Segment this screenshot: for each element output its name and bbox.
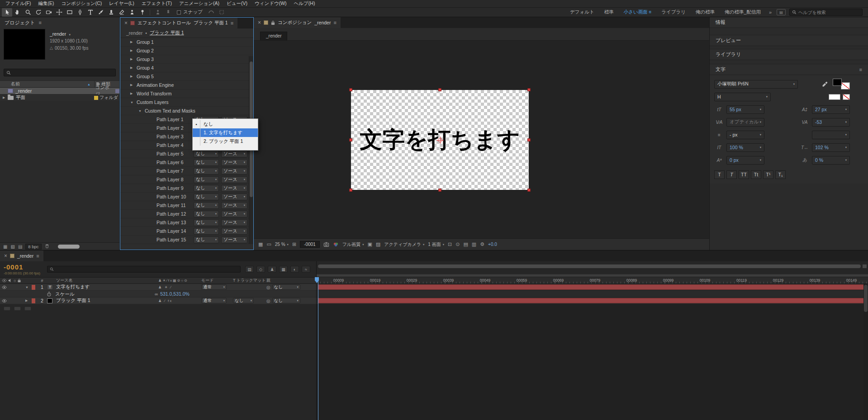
layer-1-duration-bar[interactable] (318, 284, 868, 290)
workspace-tab[interactable]: 小さい画面 (619, 9, 657, 15)
workspace-overflow-button[interactable]: » (766, 9, 775, 15)
layer-row-2[interactable]: ▶ 2 ブラック 平面 1 ♟ ∕ fx 通常▾ なし▾ ◎なし▾ (0, 297, 316, 304)
label-color-chip[interactable] (32, 285, 35, 290)
menu-item[interactable]: レイヤー(L) (105, 0, 138, 7)
custom-layers-group-row[interactable]: ▼Custom Layers (120, 98, 253, 107)
new-folder-icon[interactable]: ▧ (10, 244, 14, 249)
navigator-bar[interactable] (318, 264, 861, 268)
region-of-interest-icon[interactable]: ▣ (367, 242, 372, 247)
transparency-grid-icon[interactable]: ▨ (376, 242, 380, 247)
tree-closed-icon[interactable]: ▶ (3, 96, 8, 99)
column-header-mode[interactable]: モード (201, 278, 233, 283)
pixel-aspect-icon[interactable]: ⊡ (448, 242, 452, 247)
workspace-tab[interactable]: 俺の標準 (691, 9, 720, 15)
selection-handle[interactable] (438, 88, 441, 91)
track-matte-select[interactable]: なし▾ (233, 298, 254, 303)
snap-option2-icon[interactable] (217, 8, 227, 17)
layer-name[interactable]: ブラック 平面 1 (56, 297, 158, 304)
dropdown-option-2[interactable]: 2. ブラック 平面 1 (193, 137, 258, 146)
scale-property-row[interactable]: スケール ∞531.0,531.0% (0, 291, 316, 297)
path-layer-value-select[interactable]: なし▾ (194, 193, 219, 200)
path-layer-source-select[interactable]: ソース▾ (221, 236, 247, 243)
panel-menu-icon[interactable]: ≡ (36, 253, 39, 259)
show-channel-icon[interactable] (333, 241, 339, 247)
effect-group-row[interactable]: ▶Group 2 (120, 47, 253, 55)
graph-editor-icon[interactable]: ≈ (302, 266, 310, 273)
custom-text-masks-group-row[interactable]: ▼Custom Text and Masks (120, 107, 253, 115)
playhead-line[interactable] (318, 277, 318, 420)
timeline-tab[interactable]: × _render ≡ (0, 250, 43, 261)
selection-handle[interactable] (527, 138, 531, 142)
timeline-vertical-scrollbar[interactable] (863, 284, 868, 420)
breadcrumb-comp[interactable]: _render (126, 30, 142, 36)
text-style-button[interactable]: TT (739, 170, 749, 179)
text-style-button[interactable]: T₁ (775, 170, 786, 179)
composition-thumbnail[interactable] (4, 29, 45, 60)
tree-open-icon[interactable]: ▼ (138, 109, 145, 113)
character-panel-header[interactable]: 文字≡ (710, 64, 868, 75)
snap-option-icon[interactable] (206, 8, 217, 17)
hide-shy-layers-icon[interactable]: ♟ (268, 266, 276, 273)
composition-tab[interactable]: × コンポジション _render ≡ (254, 17, 341, 28)
workspace-tab[interactable]: 標準 (599, 9, 619, 15)
motion-blur-icon[interactable]: ◐ (290, 266, 299, 273)
layer-switches[interactable]: ♟ ☀ ∕ (158, 285, 201, 289)
selection-handle[interactable] (438, 189, 441, 192)
label-color-chip[interactable] (32, 298, 35, 303)
parent-select[interactable]: なし▾ (272, 298, 300, 303)
timeline-track-area[interactable]: 0000900019000290003900049000590006900079… (317, 261, 868, 420)
tracking-select[interactable]: -53▾ (812, 118, 850, 127)
tree-closed-icon[interactable]: ▶ (130, 40, 137, 44)
menu-item[interactable]: コンポジション(C) (57, 0, 105, 7)
composition-mini-flowchart-icon[interactable]: ▤ (245, 266, 254, 273)
effect-group-row[interactable]: ▶Group 1 (120, 38, 253, 47)
fill-color-swatch[interactable] (833, 79, 842, 86)
help-search-input[interactable] (798, 10, 860, 15)
path-layer-source-select[interactable]: ソース▾ (221, 185, 247, 192)
project-item-folder[interactable]: ▶ 平面 フォルダ (0, 94, 119, 101)
hand-tool[interactable] (12, 8, 23, 17)
composition-viewer[interactable]: 文字を打ちます (254, 41, 709, 238)
toggle-transfer-icon[interactable] (14, 307, 21, 311)
selection-tool[interactable] (2, 8, 12, 17)
selection-handle[interactable] (349, 138, 352, 142)
roto-brush-tool[interactable] (127, 8, 137, 17)
column-header-number[interactable]: # (37, 278, 47, 283)
selection-handle[interactable] (349, 88, 352, 91)
breadcrumb-layer[interactable]: ブラック 平面 1 (150, 30, 184, 36)
project-search-input[interactable] (13, 70, 113, 75)
current-time-display[interactable]: -0001 -0:00:00:01 (30.00 fps) (4, 263, 43, 275)
horizontal-scale-select[interactable]: 102 %▾ (812, 143, 850, 152)
path-layer-source-select[interactable]: ソース▾ (221, 193, 247, 200)
set-none-swatch[interactable] (843, 94, 850, 100)
work-area-bar[interactable] (317, 274, 868, 277)
selection-handle[interactable] (527, 88, 531, 91)
composition-canvas[interactable]: 文字を打ちます (351, 90, 529, 190)
dropdown-option-none[interactable]: ●なし (193, 120, 258, 128)
tree-closed-icon[interactable]: ▶ (130, 83, 137, 87)
effect-group-row[interactable]: ▶Group 5 (120, 72, 253, 81)
path-layer-value-select[interactable]: なし▾ (194, 236, 219, 243)
orbit-camera-tool[interactable] (33, 8, 43, 17)
layer-switches[interactable]: ♟ ∕ fx (158, 299, 201, 303)
anchor-point-icon[interactable] (436, 137, 444, 144)
grid-guides-icon[interactable]: ⊞ (292, 242, 296, 247)
baseline-unit-select[interactable]: - px▾ (726, 131, 764, 139)
info-panel-header[interactable]: 情報 (710, 17, 868, 28)
path-layer-value-select[interactable]: なし▾ (194, 228, 219, 235)
column-header-parent[interactable]: 親 (266, 278, 316, 283)
main-viewer-icon[interactable]: ▭ (266, 242, 271, 247)
new-composition-icon[interactable]: ▤ (18, 244, 22, 249)
path-layer-source-select[interactable]: ソース▾ (221, 168, 247, 175)
horizontal-scrollbar[interactable] (58, 245, 80, 249)
workspace-tab[interactable]: 俺の標準_配信用 (720, 9, 766, 15)
close-icon[interactable]: × (124, 20, 128, 26)
interpret-footage-icon[interactable]: ▦ (3, 244, 7, 249)
path-layer-value-select[interactable]: なし▾ (194, 168, 219, 175)
active-camera-select[interactable]: アクティブカメラ▾ (384, 241, 424, 248)
eye-icon[interactable] (2, 299, 7, 303)
menu-item[interactable]: ウィンドウ(W) (251, 0, 290, 7)
snapshot-icon[interactable] (323, 241, 329, 247)
effect-group-row[interactable]: ▶Group 4 (120, 64, 253, 72)
tree-closed-icon[interactable]: ▶ (25, 299, 32, 302)
